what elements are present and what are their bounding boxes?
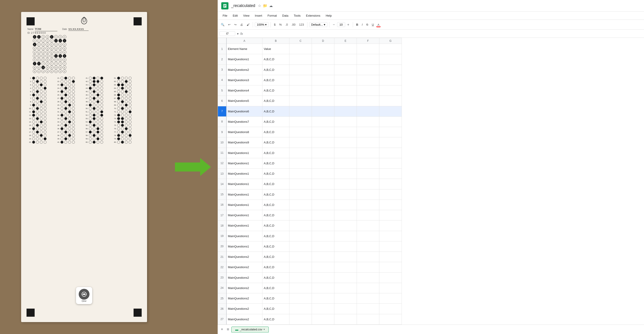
cell-empty[interactable] (312, 96, 334, 106)
cell-value[interactable]: A,B,C,D (262, 314, 290, 325)
col-header-c[interactable]: C (290, 38, 312, 44)
cell-empty[interactable] (379, 262, 402, 272)
menu-insert[interactable]: Insert (252, 13, 264, 18)
folder-icon[interactable]: 📁 (263, 3, 267, 8)
cell-empty[interactable] (357, 293, 379, 304)
cell-empty[interactable] (334, 179, 357, 189)
cell-empty[interactable] (312, 54, 334, 64)
cell-empty[interactable] (334, 54, 357, 64)
cell-empty[interactable] (357, 241, 379, 252)
cell-empty[interactable] (334, 127, 357, 137)
cell-value[interactable]: Value (262, 44, 290, 54)
cell-empty[interactable] (290, 241, 312, 252)
cell-empty[interactable] (312, 272, 334, 283)
cell-empty[interactable] (357, 221, 379, 231)
cell-empty[interactable] (334, 304, 357, 314)
cell-empty[interactable] (357, 304, 379, 314)
table-row[interactable]: 23MainQuestions2A,B,C,D (218, 272, 402, 283)
cell-empty[interactable] (379, 44, 402, 54)
cell-element-name[interactable]: MainQuestions2 (226, 283, 262, 293)
cell-empty[interactable] (290, 169, 312, 179)
cell-empty[interactable] (357, 231, 379, 241)
cell-empty[interactable] (312, 314, 334, 325)
cell-empty[interactable] (290, 116, 312, 127)
zoom-selector[interactable]: 100% ▾ (255, 22, 269, 27)
cell-empty[interactable] (334, 262, 357, 272)
print-button[interactable]: 🖨 (239, 22, 244, 27)
table-row[interactable]: 25MainQuestions2A,B,C,D (218, 293, 402, 304)
cell-empty[interactable] (357, 148, 379, 158)
cell-value[interactable]: A,B,C,D (262, 200, 290, 210)
cell-value[interactable]: A,B,C,D (262, 241, 290, 252)
cell-empty[interactable] (334, 231, 357, 241)
cell-empty[interactable] (379, 85, 402, 96)
cell-element-name[interactable]: MainQuestions6 (226, 106, 262, 116)
cell-empty[interactable] (290, 252, 312, 262)
cell-empty[interactable] (334, 293, 357, 304)
cell-empty[interactable] (334, 283, 357, 293)
cell-value[interactable]: A,B,C,D (262, 283, 290, 293)
table-row[interactable]: 11MainQuestions1A,B,C,D (218, 148, 402, 158)
table-row[interactable]: 14MainQuestions1A,B,C,D (218, 179, 402, 189)
cell-empty[interactable] (357, 210, 379, 221)
currency-button[interactable]: $ (272, 22, 277, 27)
cell-empty[interactable] (290, 304, 312, 314)
cell-empty[interactable] (312, 169, 334, 179)
cell-value[interactable]: A,B,C,D (262, 54, 290, 64)
cell-empty[interactable] (379, 314, 402, 325)
col-header-e[interactable]: E (334, 38, 357, 44)
cell-element-name[interactable]: MainQuestions1 (226, 210, 262, 221)
cell-empty[interactable] (312, 210, 334, 221)
table-row[interactable]: 20MainQuestions1A,B,C,D (218, 241, 402, 252)
bold-button[interactable]: B (355, 22, 360, 27)
cell-value[interactable]: A,B,C,D (262, 304, 290, 314)
cell-empty[interactable] (357, 179, 379, 189)
cell-value[interactable]: A,B,C,D (262, 252, 290, 262)
cell-empty[interactable] (290, 200, 312, 210)
cell-empty[interactable] (312, 179, 334, 189)
table-row[interactable]: 21MainQuestions2A,B,C,D (218, 252, 402, 262)
cell-empty[interactable] (290, 210, 312, 221)
cell-value[interactable]: A,B,C,D (262, 85, 290, 96)
cell-empty[interactable] (379, 96, 402, 106)
cell-empty[interactable] (379, 304, 402, 314)
cell-empty[interactable] (290, 127, 312, 137)
font-size-value[interactable]: 10 (337, 22, 345, 27)
table-row[interactable]: 10MainQuestions9A,B,C,D (218, 137, 402, 148)
cell-reference[interactable]: I7 (220, 31, 235, 36)
cell-empty[interactable] (357, 44, 379, 54)
cell-empty[interactable] (357, 158, 379, 168)
cell-empty[interactable] (334, 158, 357, 168)
cell-empty[interactable] (290, 262, 312, 272)
cell-empty[interactable] (334, 85, 357, 96)
table-row[interactable]: 6MainQuestions5A,B,C,D (218, 96, 402, 106)
cell-empty[interactable] (334, 200, 357, 210)
cell-empty[interactable] (379, 106, 402, 116)
cell-element-name[interactable]: MainQuestions1 (226, 179, 262, 189)
cell-empty[interactable] (334, 96, 357, 106)
sheet-tab[interactable]: ▬ _recalculated.csv ▾ (232, 327, 269, 333)
cell-element-name[interactable]: MainQuestions2 (226, 64, 262, 75)
cell-element-name[interactable]: MainQuestions4 (226, 85, 262, 96)
cell-empty[interactable] (312, 252, 334, 262)
cell-empty[interactable] (357, 106, 379, 116)
cell-empty[interactable] (290, 231, 312, 241)
font-size-decrease-button[interactable]: − (331, 22, 336, 27)
cell-element-name[interactable]: MainQuestions2 (226, 293, 262, 304)
cell-element-name[interactable]: MainQuestions1 (226, 169, 262, 179)
cell-element-name[interactable]: MainQuestions2 (226, 314, 262, 325)
cell-empty[interactable] (334, 189, 357, 200)
cell-empty[interactable] (290, 158, 312, 168)
text-color-button[interactable]: A (376, 22, 381, 27)
cell-empty[interactable] (334, 106, 357, 116)
cell-empty[interactable] (334, 148, 357, 158)
cell-empty[interactable] (357, 314, 379, 325)
menu-file[interactable]: File (220, 13, 230, 18)
cell-value[interactable]: A,B,C,D (262, 189, 290, 200)
cell-empty[interactable] (312, 64, 334, 75)
cell-empty[interactable] (379, 293, 402, 304)
cell-empty[interactable] (357, 189, 379, 200)
redo-button[interactable]: ↪ (233, 22, 238, 27)
cell-empty[interactable] (290, 54, 312, 64)
formula-expand-icon[interactable]: ▾ (237, 32, 238, 35)
